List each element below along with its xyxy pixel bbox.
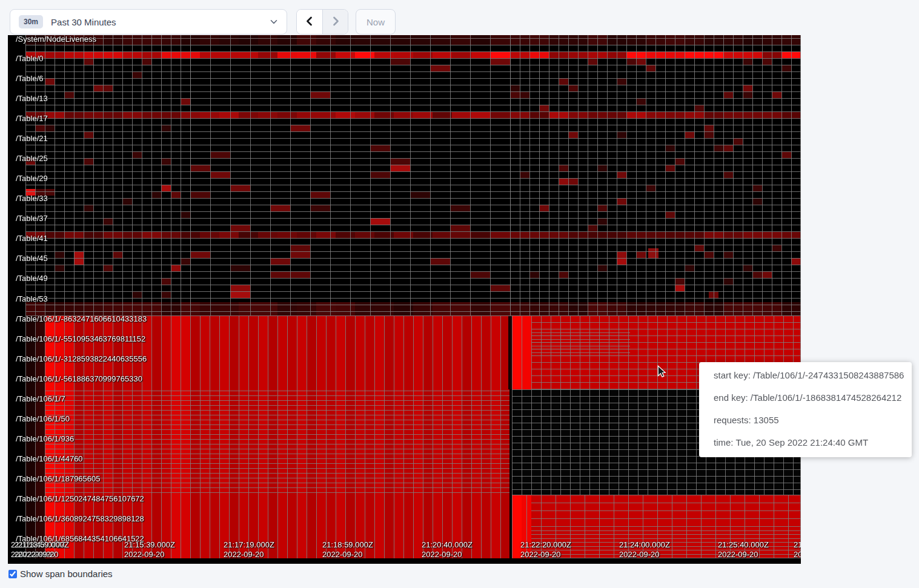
chevron-left-icon [305,16,314,28]
time-back-button[interactable] [297,10,322,34]
show-span-boundaries-row: Show span boundaries [8,569,113,579]
tooltip-end-key: end key: /Table/106/1/-18683814745282642… [714,392,897,403]
time-range-label: Past 30 Minutes [51,17,116,27]
show-span-boundaries-label: Show span boundaries [20,569,113,579]
key-visualizer-page: 30m Past 30 Minutes Now /System/NodeLive… [0,0,919,588]
tooltip-time: time: Tue, 20 Sep 2022 21:24:40 GMT [714,437,897,448]
chevron-right-icon [331,16,340,28]
show-span-boundaries-checkbox[interactable] [8,570,17,578]
key-visualizer-heatmap[interactable] [8,35,801,564]
now-button[interactable]: Now [356,9,396,35]
time-range-badge: 30m [19,15,43,28]
time-toolbar: 30m Past 30 Minutes Now [10,9,396,35]
hover-tooltip: start key: /Table/106/1/-247433150824388… [699,362,912,457]
tooltip-start-key: start key: /Table/106/1/-247433150824388… [714,370,897,380]
time-nav-button-group [296,9,348,35]
time-forward-button[interactable] [322,10,348,34]
time-range-select[interactable]: 30m Past 30 Minutes [10,9,287,35]
tooltip-requests: requests: 13055 [714,415,897,425]
chevron-down-icon [270,18,278,26]
